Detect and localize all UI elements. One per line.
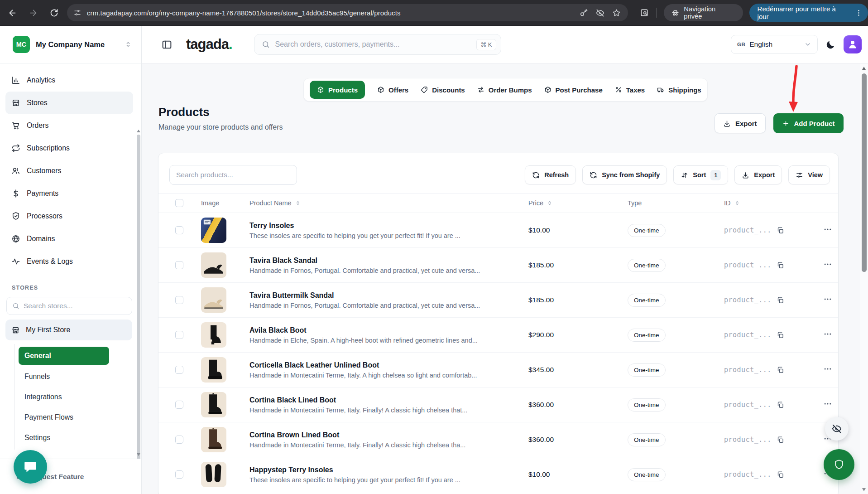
view-button[interactable]: View	[788, 165, 830, 184]
store-search-input[interactable]	[24, 302, 126, 310]
sidebar-item-my-first-store[interactable]: My First Store	[5, 320, 132, 340]
row-checkbox[interactable]	[175, 470, 183, 479]
copy-icon[interactable]	[777, 296, 784, 304]
product-name[interactable]: Corticella Black Leather Unlined Boot	[249, 361, 507, 369]
store-menu-item-settings[interactable]: Settings	[14, 427, 141, 448]
scrollbar-thumb[interactable]	[137, 135, 140, 474]
user-avatar[interactable]	[844, 35, 862, 53]
refresh-button[interactable]: Refresh	[525, 165, 576, 184]
page-scrollbar[interactable]	[860, 63, 868, 494]
tab-offers[interactable]: Offers	[377, 86, 408, 94]
row-checkbox[interactable]	[175, 261, 183, 269]
sidebar-scrollbar[interactable]	[136, 128, 141, 458]
scroll-down-arrow[interactable]	[137, 453, 140, 456]
row-menu-button[interactable]	[823, 295, 832, 304]
row-menu-button[interactable]	[823, 399, 832, 408]
sidebar-toggle-icon[interactable]	[161, 39, 173, 50]
tab-taxes[interactable]: Taxes	[615, 86, 645, 94]
row-checkbox[interactable]	[175, 436, 183, 444]
chat-widget-button[interactable]	[14, 450, 47, 484]
row-checkbox[interactable]	[175, 226, 183, 234]
scroll-down-arrow[interactable]	[862, 488, 866, 491]
global-search[interactable]: ⌘ K	[254, 34, 501, 55]
table-export-button[interactable]: Export	[734, 165, 782, 184]
browser-reload-button[interactable]	[49, 8, 59, 18]
scroll-up-arrow[interactable]	[137, 130, 140, 132]
scroll-up-arrow[interactable]	[862, 67, 866, 70]
sort-button[interactable]: Sort 1	[673, 165, 728, 184]
url-text[interactable]: crm.tagadapay.com/org/my-company-name-17…	[82, 9, 580, 17]
copy-icon[interactable]	[777, 471, 784, 479]
scrollbar-thumb[interactable]	[862, 73, 867, 272]
row-menu-button[interactable]	[823, 260, 832, 269]
sidebar-item-orders[interactable]: Orders	[5, 114, 133, 137]
column-sort-icon[interactable]	[547, 200, 553, 206]
row-checkbox[interactable]	[175, 331, 183, 339]
product-name[interactable]: Cortina Black Lined Boot	[249, 396, 507, 404]
hide-widget-button[interactable]	[825, 417, 849, 441]
chevrons-up-down-icon[interactable]	[124, 40, 132, 48]
browser-back-button[interactable]	[8, 8, 17, 18]
sidebar-item-customers[interactable]: Customers	[5, 160, 133, 182]
side-panel-search-icon[interactable]	[640, 8, 649, 17]
sidebar-item-subscriptions[interactable]: Subscriptions	[5, 137, 133, 160]
copy-icon[interactable]	[777, 436, 784, 444]
browser-update-button[interactable]: Redémarrer pour mettre à jour	[749, 4, 868, 22]
column-price[interactable]: Price	[518, 199, 617, 207]
product-name[interactable]: Tavira Buttermilk Sandal	[249, 291, 507, 300]
row-checkbox[interactable]	[175, 366, 183, 374]
product-name[interactable]: Avila Black Boot	[249, 326, 507, 334]
column-sort-icon[interactable]	[734, 200, 740, 206]
company-switcher[interactable]: MC My Company Name	[0, 26, 142, 63]
address-bar[interactable]: crm.tagadapay.com/org/my-company-name-17…	[67, 4, 628, 21]
hide-page-icon[interactable]	[596, 9, 604, 17]
site-settings-icon[interactable]	[73, 9, 82, 17]
copy-icon[interactable]	[777, 262, 784, 269]
dark-mode-toggle-icon[interactable]	[825, 39, 836, 50]
privacy-shield-button[interactable]	[824, 449, 854, 480]
column-id[interactable]: ID	[714, 199, 813, 207]
copy-icon[interactable]	[777, 227, 784, 234]
sidebar-item-events-logs[interactable]: Events & Logs	[5, 250, 133, 273]
row-menu-button[interactable]	[823, 364, 832, 373]
sync-from-shopify-button[interactable]: Sync from Shopify	[582, 165, 667, 184]
tab-products[interactable]: Products	[310, 81, 365, 99]
product-name[interactable]: Happystep Terry Insoles	[249, 466, 507, 474]
row-checkbox[interactable]	[175, 401, 183, 409]
column-sort-icon[interactable]	[295, 200, 301, 206]
sidebar-item-payments[interactable]: Payments	[5, 182, 133, 205]
browser-menu-icon[interactable]	[855, 9, 863, 17]
column-product-name[interactable]: Product Name	[239, 199, 518, 207]
language-select[interactable]: GB English	[731, 35, 818, 54]
product-name[interactable]: Tavira Black Sandal	[249, 257, 507, 265]
sidebar-item-domains[interactable]: Domains	[5, 228, 133, 250]
password-manager-icon[interactable]	[580, 9, 588, 17]
product-name[interactable]: Cortina Brown Lined Boot	[249, 431, 507, 439]
product-name[interactable]: Terry Insoles	[249, 222, 507, 230]
product-search-input[interactable]	[169, 165, 297, 185]
row-menu-button[interactable]	[823, 329, 832, 339]
copy-icon[interactable]	[777, 366, 784, 374]
tab-shippings[interactable]: Shippings	[657, 86, 701, 94]
bookmark-icon[interactable]	[612, 9, 621, 17]
store-menu-item-integrations[interactable]: Integrations	[14, 387, 141, 407]
store-menu-item-general[interactable]: General	[19, 347, 109, 365]
copy-icon[interactable]	[777, 401, 784, 409]
sidebar-item-stores[interactable]: Stores	[5, 92, 133, 114]
copy-icon[interactable]	[777, 331, 784, 339]
tab-post-purchase[interactable]: Post Purchase	[544, 86, 603, 94]
select-all-checkbox[interactable]	[175, 199, 183, 207]
store-menu-item-funnels[interactable]: Funnels	[14, 366, 141, 387]
sidebar-item-analytics[interactable]: Analytics	[5, 69, 133, 92]
store-search[interactable]	[6, 297, 132, 315]
sidebar-item-processors[interactable]: Processors	[5, 205, 133, 228]
export-button[interactable]: Export	[715, 113, 766, 133]
add-product-button[interactable]: Add Product	[773, 113, 844, 133]
browser-forward-button[interactable]	[29, 8, 38, 18]
tab-order-bumps[interactable]: Order Bumps	[477, 86, 532, 94]
row-checkbox[interactable]	[175, 296, 183, 304]
global-search-input[interactable]	[270, 40, 477, 48]
tab-discounts[interactable]: Discounts	[421, 86, 465, 94]
store-menu-item-payment-flows[interactable]: Payment Flows	[14, 407, 141, 427]
row-menu-button[interactable]	[823, 225, 832, 234]
